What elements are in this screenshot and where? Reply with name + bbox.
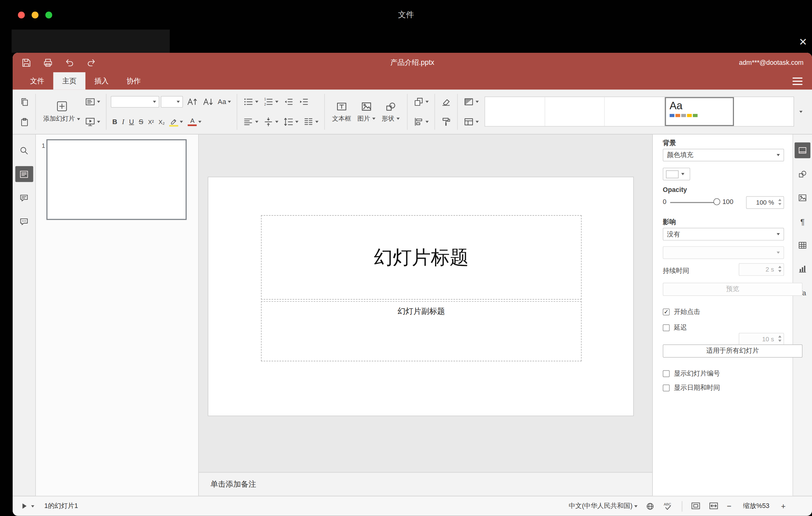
theme-option-5[interactable]: [734, 97, 793, 126]
change-slide-layout-button[interactable]: [83, 95, 102, 108]
table-settings-button[interactable]: [795, 237, 810, 253]
delay-input[interactable]: 10 s: [738, 333, 784, 345]
align-shapes-button[interactable]: [412, 115, 430, 128]
tab-file[interactable]: 文件: [21, 72, 53, 89]
align-left-icon: [243, 117, 254, 127]
slide-thumbnail[interactable]: [46, 139, 187, 220]
strikethrough-button[interactable]: S: [137, 117, 145, 126]
superscript-button[interactable]: X²: [147, 117, 155, 126]
zoom-in-button[interactable]: +: [779, 500, 788, 512]
effect-select[interactable]: 没有: [663, 228, 784, 240]
font-size-select[interactable]: [161, 96, 183, 108]
tab-insert[interactable]: 插入: [85, 72, 118, 89]
start-on-click-checkbox-row[interactable]: ✓ 开始点击: [663, 307, 784, 316]
theme-option-selected[interactable]: Aa: [665, 97, 734, 126]
bold-button[interactable]: B: [111, 117, 119, 126]
start-slideshow-button[interactable]: [83, 115, 102, 128]
add-slide-button[interactable]: 添加幻灯片: [40, 92, 83, 132]
undo-button[interactable]: [64, 57, 75, 67]
delay-checkbox-row[interactable]: 延迟: [663, 323, 784, 333]
slide-layout-change-button[interactable]: [462, 115, 480, 128]
duration-spinner[interactable]: [778, 266, 781, 272]
save-button[interactable]: [21, 57, 31, 67]
hamburger-menu-icon[interactable]: [791, 74, 803, 88]
theme-gallery-expand-button[interactable]: [794, 92, 808, 132]
background-fill-select[interactable]: 颜色填充: [663, 149, 784, 162]
insert-shape-button[interactable]: 形状: [379, 92, 403, 132]
increase-indent-button[interactable]: [297, 95, 310, 108]
document-language-button[interactable]: [643, 500, 657, 512]
start-slideshow-status-button[interactable]: [18, 500, 36, 512]
change-case-button[interactable]: Aa: [216, 97, 233, 107]
opacity-slider-knob[interactable]: [713, 198, 720, 205]
slide-title-placeholder[interactable]: 幻灯片标题: [261, 215, 582, 299]
shape-settings-button[interactable]: [795, 166, 810, 182]
underline-button[interactable]: U: [127, 117, 136, 126]
zoom-traffic-icon[interactable]: [45, 12, 52, 19]
start-on-click-checkbox[interactable]: ✓: [663, 309, 669, 315]
spellcheck-button[interactable]: ABC: [661, 500, 676, 512]
show-slide-number-row[interactable]: 显示幻灯片编号: [663, 369, 784, 378]
slide-fill-button[interactable]: [462, 95, 480, 108]
decrease-indent-button[interactable]: [281, 95, 295, 108]
insert-textbox-button[interactable]: 文本框: [329, 92, 354, 132]
apply-to-all-slides-button[interactable]: 适用于所有幻灯片: [663, 344, 803, 358]
slides-panel-button[interactable]: [15, 166, 33, 182]
preview-button[interactable]: 预览: [663, 283, 803, 296]
bullet-list-button[interactable]: [241, 95, 260, 108]
slide[interactable]: 幻灯片标题 幻灯片副标题: [208, 177, 634, 416]
duration-input[interactable]: 2 s: [738, 263, 784, 276]
close-icon[interactable]: ✕: [795, 34, 811, 49]
tab-collaboration[interactable]: 协作: [118, 72, 150, 89]
theme-option-3[interactable]: [605, 97, 665, 126]
paste-button[interactable]: [18, 116, 31, 128]
columns-button[interactable]: [301, 115, 320, 128]
subscript-button[interactable]: X₂: [157, 117, 166, 126]
arrange-shapes-button[interactable]: [412, 95, 430, 108]
delay-checkbox[interactable]: [663, 324, 669, 331]
font-name-select[interactable]: [111, 96, 159, 108]
close-traffic-icon[interactable]: [18, 12, 25, 19]
opacity-input[interactable]: 100 %: [746, 196, 784, 209]
vertical-align-button[interactable]: [262, 115, 280, 128]
increase-font-button[interactable]: [184, 95, 199, 108]
font-color-button[interactable]: A: [186, 117, 203, 127]
fit-slide-button[interactable]: [689, 500, 703, 512]
opacity-spinner[interactable]: [778, 199, 781, 205]
opacity-slider-track[interactable]: [670, 202, 716, 203]
theme-option-1[interactable]: [485, 97, 545, 126]
notes-input[interactable]: 单击添加备注: [199, 472, 652, 496]
chart-settings-button[interactable]: [795, 261, 810, 277]
minimize-traffic-icon[interactable]: [32, 12, 38, 19]
line-spacing-button[interactable]: [281, 115, 300, 128]
numbered-list-button[interactable]: 12: [262, 95, 280, 108]
tab-home[interactable]: 主页: [53, 72, 85, 89]
show-slide-number-checkbox[interactable]: [663, 370, 669, 377]
paragraph-settings-button[interactable]: ¶: [795, 213, 810, 229]
delay-spinner[interactable]: [778, 336, 781, 342]
comments-panel-button[interactable]: [15, 190, 33, 205]
slide-settings-button[interactable]: [795, 142, 810, 158]
print-button[interactable]: [42, 57, 53, 67]
zoom-out-button[interactable]: −: [725, 500, 734, 512]
horizontal-align-button[interactable]: [241, 115, 260, 128]
language-select[interactable]: 中文(中华人民共和国): [567, 500, 640, 512]
effect-option-select[interactable]: [663, 246, 784, 259]
copy-button[interactable]: [18, 96, 31, 108]
theme-option-2[interactable]: [545, 97, 605, 126]
insert-image-button[interactable]: 图片: [354, 92, 379, 132]
feedback-panel-button[interactable]: [15, 213, 33, 229]
show-date-time-checkbox[interactable]: [663, 384, 669, 391]
redo-button[interactable]: [86, 57, 96, 67]
decrease-font-button[interactable]: [200, 95, 214, 108]
italic-button[interactable]: I: [120, 117, 126, 126]
fit-width-button[interactable]: [707, 500, 721, 512]
slide-subtitle-placeholder[interactable]: 幻灯片副标题: [261, 301, 582, 362]
background-color-select[interactable]: [663, 168, 690, 180]
show-date-time-row[interactable]: 显示日期和时间: [663, 383, 784, 393]
copy-style-button[interactable]: [439, 115, 453, 128]
clear-style-button[interactable]: [439, 95, 453, 108]
search-panel-button[interactable]: [15, 142, 33, 158]
highlight-color-button[interactable]: [168, 116, 185, 127]
image-settings-button[interactable]: [795, 190, 810, 205]
